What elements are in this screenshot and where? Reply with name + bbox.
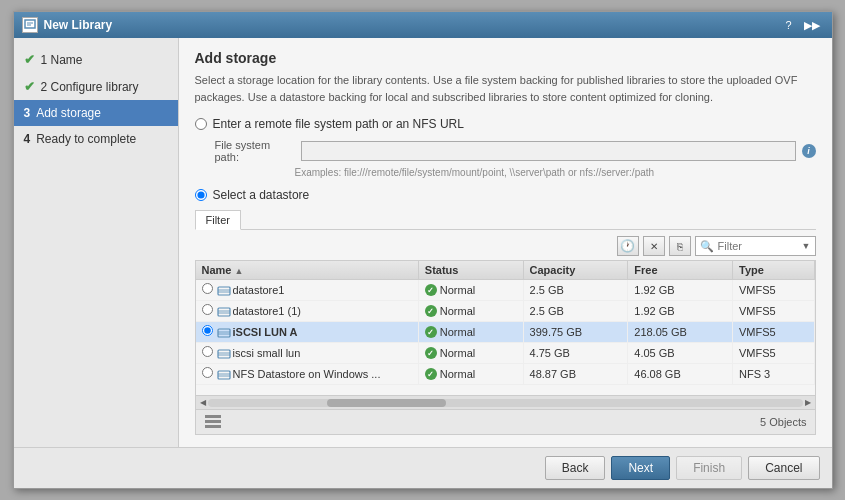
scroll-left-arrow[interactable]: ◀ — [198, 398, 208, 407]
help-button[interactable]: ? — [781, 18, 795, 32]
objects-count: 5 Objects — [760, 416, 806, 428]
row-radio[interactable] — [202, 325, 213, 336]
filter-x-icon: ✕ — [650, 241, 658, 252]
table-scroll-area[interactable]: Name ▲ Status Capacity Free Type datasto… — [196, 261, 815, 395]
export-button[interactable]: ⎘ — [669, 236, 691, 256]
row-name-text: datastore1 — [233, 284, 285, 296]
row-radio[interactable] — [202, 283, 213, 294]
row-radio[interactable] — [202, 346, 213, 357]
table-cell-status: Normal — [418, 343, 523, 364]
row-name-text: NFS Datastore on Windows ... — [233, 368, 381, 380]
fs-label[interactable]: Enter a remote file system path or an NF… — [213, 117, 464, 131]
table-cell-status: Normal — [418, 301, 523, 322]
sidebar-step-3: Add storage — [36, 106, 101, 120]
horizontal-scrollbar[interactable]: ◀ ▶ — [196, 395, 815, 409]
table-row[interactable]: ➤ iSCSI LUN ANormal399.75 GB218.05 GBVMF… — [196, 322, 815, 343]
refresh-button[interactable]: 🕐 — [617, 236, 639, 256]
cancel-button[interactable]: Cancel — [748, 456, 819, 480]
ds-radio[interactable] — [195, 189, 207, 201]
new-library-dialog: New Library ? ▶▶ ✔ 1 Name ✔ 2 Configure … — [13, 11, 833, 489]
row-radio[interactable] — [202, 304, 213, 315]
col-header-name[interactable]: Name ▲ — [196, 261, 419, 280]
datastore-icon — [217, 326, 233, 338]
section-title: Add storage — [195, 50, 816, 66]
sidebar-item-complete[interactable]: 4 Ready to complete — [14, 126, 178, 152]
table-cell-status: Normal — [418, 364, 523, 385]
table-row[interactable]: NFS Datastore on Windows ...Normal48.87 … — [196, 364, 815, 385]
footer-icon — [204, 414, 222, 430]
table-cell-capacity: 2.5 GB — [523, 280, 628, 301]
row-name-text: datastore1 (1) — [233, 305, 301, 317]
table-cell-name: ➤ iSCSI LUN A — [196, 322, 419, 343]
fs-path-input[interactable] — [301, 141, 796, 161]
fs-path-label: File system path: — [215, 139, 295, 163]
expand-button[interactable]: ▶▶ — [800, 18, 824, 33]
back-button[interactable]: Back — [545, 456, 606, 480]
filter-tabs: Filter — [195, 210, 816, 230]
svg-rect-3 — [218, 287, 230, 295]
title-bar: New Library ? ▶▶ — [14, 12, 832, 38]
table-cell-type: VMFS5 — [733, 280, 815, 301]
svg-rect-12 — [218, 350, 230, 358]
table-row[interactable]: datastore1Normal2.5 GB1.92 GBVMFS5 — [196, 280, 815, 301]
table-cell-name: NFS Datastore on Windows ... — [196, 364, 419, 385]
status-ok-icon — [425, 284, 437, 296]
dialog-icon — [22, 17, 38, 33]
dialog-title: New Library — [44, 18, 113, 32]
svg-rect-6 — [218, 308, 230, 316]
search-icon: 🔍 — [700, 240, 714, 253]
bottom-bar: Back Next Finish Cancel — [14, 447, 832, 488]
table-cell-type: VMFS5 — [733, 301, 815, 322]
next-button[interactable]: Next — [611, 456, 670, 480]
status-text: Normal — [440, 284, 475, 296]
main-panel: Add storage Select a storage location fo… — [179, 38, 832, 447]
svg-rect-0 — [25, 20, 35, 28]
finish-button[interactable]: Finish — [676, 456, 742, 480]
fs-radio[interactable] — [195, 118, 207, 130]
col-header-type[interactable]: Type — [733, 261, 815, 280]
title-bar-left: New Library — [22, 17, 113, 33]
status-text: Normal — [440, 326, 475, 338]
table-cell-capacity: 2.5 GB — [523, 301, 628, 322]
row-radio[interactable] — [202, 367, 213, 378]
table-cell-free: 46.08 GB — [628, 364, 733, 385]
table-cell-status: Normal — [418, 280, 523, 301]
table-cell-free: 4.05 GB — [628, 343, 733, 364]
col-header-status[interactable]: Status — [418, 261, 523, 280]
check-icon-configure: ✔ — [24, 79, 35, 94]
table-row[interactable]: iscsi small lunNormal4.75 GB4.05 GBVMFS5 — [196, 343, 815, 364]
sidebar-item-configure[interactable]: ✔ 2 Configure library — [14, 73, 178, 100]
sidebar-step-4: Ready to complete — [36, 132, 136, 146]
ds-option-row: Select a datastore — [195, 188, 816, 202]
row-name-text: iSCSI LUN A — [233, 326, 298, 338]
filter-dropdown-icon[interactable]: ▼ — [802, 241, 811, 251]
svg-rect-15 — [218, 371, 230, 379]
table-cell-type: VMFS5 — [733, 343, 815, 364]
status-ok-icon — [425, 347, 437, 359]
filter-remove-button[interactable]: ✕ — [643, 236, 665, 256]
info-icon[interactable]: i — [802, 144, 816, 158]
datastore-table-grid: Name ▲ Status Capacity Free Type datasto… — [196, 261, 815, 385]
sidebar-item-storage[interactable]: 3 Add storage — [14, 100, 178, 126]
col-header-free[interactable]: Free — [628, 261, 733, 280]
scroll-right-arrow[interactable]: ▶ — [803, 398, 813, 407]
col-header-capacity[interactable]: Capacity — [523, 261, 628, 280]
svg-rect-20 — [205, 425, 221, 428]
check-icon-name: ✔ — [24, 52, 35, 67]
section-description: Select a storage location for the librar… — [195, 72, 816, 105]
datastore-icon — [217, 368, 233, 380]
ds-label[interactable]: Select a datastore — [213, 188, 310, 202]
sidebar-item-name[interactable]: ✔ 1 Name — [14, 46, 178, 73]
sidebar-step-1: 1 Name — [41, 53, 83, 67]
status-ok-icon — [425, 368, 437, 380]
fs-option-row: Enter a remote file system path or an NF… — [195, 117, 816, 131]
table-row[interactable]: datastore1 (1)Normal2.5 GB1.92 GBVMFS5 — [196, 301, 815, 322]
status-text: Normal — [440, 347, 475, 359]
filter-input[interactable] — [718, 240, 798, 252]
row-name-text: iscsi small lun — [233, 347, 301, 359]
sidebar: ✔ 1 Name ✔ 2 Configure library 3 Add sto… — [14, 38, 179, 447]
datastore-table: Name ▲ Status Capacity Free Type datasto… — [195, 260, 816, 435]
sort-arrow-name: ▲ — [235, 266, 244, 276]
filter-tab[interactable]: Filter — [195, 210, 241, 230]
status-text: Normal — [440, 368, 475, 380]
